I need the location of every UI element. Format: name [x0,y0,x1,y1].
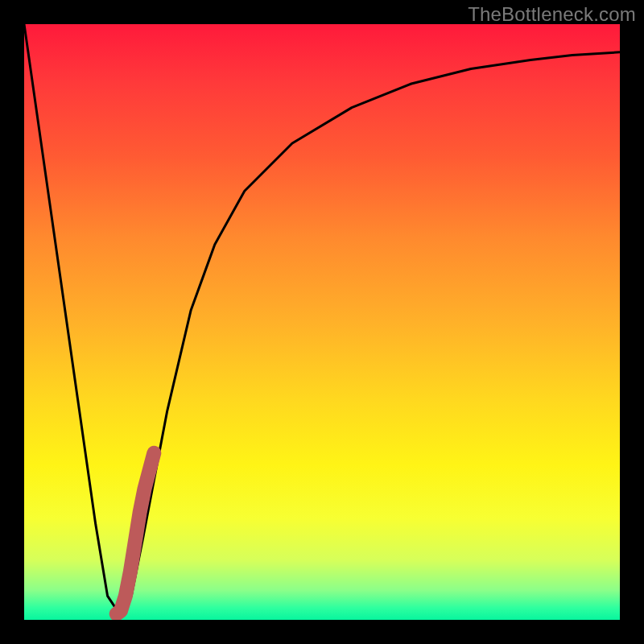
bottleneck-curve [24,24,620,614]
plot-area [24,24,620,620]
attribution-text: TheBottleneck.com [468,3,636,26]
highlight-segment [117,453,155,614]
curve-layer [24,24,620,620]
chart-frame: TheBottleneck.com [0,0,644,644]
